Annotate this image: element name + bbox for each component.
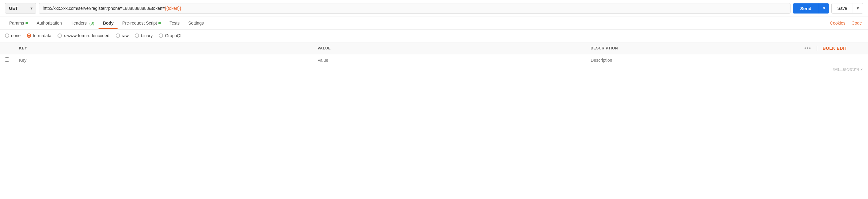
- params-dot-icon: [26, 22, 28, 24]
- method-select-wrap: GET POST PUT DELETE PATCH ▼: [5, 3, 36, 13]
- description-column-header: DESCRIPTION: [586, 42, 799, 54]
- url-text-prefix: http://xxx.xxx.com/server/register?phone…: [43, 6, 165, 11]
- value-input[interactable]: [318, 58, 581, 63]
- tab-body[interactable]: Body: [98, 17, 118, 29]
- headers-badge: (8): [88, 21, 94, 26]
- graphql-label: GraphQL: [165, 33, 183, 38]
- body-label: Body: [103, 21, 114, 26]
- row-checkbox-cell: [0, 54, 14, 66]
- table-row-empty: [0, 54, 868, 66]
- send-dropdown-button[interactable]: ▼: [819, 3, 829, 13]
- row-checkbox[interactable]: [5, 57, 9, 62]
- option-none[interactable]: none: [5, 33, 21, 38]
- key-column-header: KEY: [14, 42, 313, 54]
- tab-authorization[interactable]: Authorization: [32, 17, 66, 29]
- pre-request-dot-icon: [158, 22, 161, 24]
- method-select[interactable]: GET POST PUT DELETE PATCH: [5, 3, 36, 13]
- send-button-group: Send ▼: [793, 3, 829, 13]
- send-button[interactable]: Send: [793, 3, 819, 13]
- option-graphql[interactable]: GraphQL: [159, 33, 183, 38]
- body-options-row: none form-data x-www-form-urlencoded raw…: [0, 30, 868, 42]
- key-cell: [14, 54, 313, 66]
- x-www-label: x-www-form-urlencoded: [64, 33, 110, 38]
- tests-label: Tests: [169, 21, 180, 26]
- row-actions-cell: [799, 54, 868, 66]
- form-data-label: form-data: [33, 33, 51, 38]
- tab-tests[interactable]: Tests: [165, 17, 184, 29]
- cookies-link[interactable]: Cookies: [829, 17, 847, 29]
- description-cell: [586, 54, 799, 66]
- option-raw[interactable]: raw: [116, 33, 129, 38]
- actions-column-header: ••• | Bulk Edit: [799, 42, 868, 54]
- top-bar: GET POST PUT DELETE PATCH ▼ http://xxx.x…: [0, 0, 868, 17]
- tabs-left: Params Authorization Headers (8) Body Pr…: [5, 17, 829, 29]
- key-input[interactable]: [19, 58, 308, 63]
- tabs-row: Params Authorization Headers (8) Body Pr…: [0, 17, 868, 30]
- none-label: none: [11, 33, 21, 38]
- authorization-label: Authorization: [37, 21, 62, 26]
- tab-settings[interactable]: Settings: [184, 17, 208, 29]
- x-www-radio-icon: [58, 34, 62, 38]
- binary-label: binary: [141, 33, 153, 38]
- tabs-right: Cookies Code: [829, 17, 863, 29]
- checkbox-header: [0, 42, 14, 54]
- save-button[interactable]: Save: [832, 3, 852, 13]
- params-label: Params: [9, 21, 24, 26]
- divider-icon: |: [816, 45, 818, 51]
- binary-radio-icon: [135, 34, 139, 38]
- watermark: @稀土掘金技术社区: [0, 66, 868, 73]
- description-input[interactable]: [591, 58, 795, 63]
- option-x-www-form-urlencoded[interactable]: x-www-form-urlencoded: [58, 33, 110, 38]
- bulk-edit-link[interactable]: Bulk Edit: [823, 46, 847, 51]
- tab-headers[interactable]: Headers (8): [66, 17, 98, 29]
- headers-label: Headers: [70, 21, 87, 26]
- code-link[interactable]: Code: [850, 17, 863, 29]
- raw-label: raw: [122, 33, 129, 38]
- none-radio-icon: [5, 34, 9, 38]
- pre-request-label: Pre-request Script: [122, 21, 157, 26]
- option-form-data[interactable]: form-data: [27, 33, 51, 38]
- form-data-table: KEY VALUE DESCRIPTION ••• | Bulk Edit: [0, 42, 868, 66]
- tab-pre-request-script[interactable]: Pre-request Script: [118, 17, 165, 29]
- settings-label: Settings: [188, 21, 204, 26]
- value-column-header: VALUE: [313, 42, 586, 54]
- graphql-radio-icon: [159, 34, 163, 38]
- save-button-group: Save ▼: [831, 3, 863, 13]
- tab-params[interactable]: Params: [5, 17, 32, 29]
- save-dropdown-button[interactable]: ▼: [852, 3, 863, 13]
- three-dots-icon[interactable]: •••: [804, 45, 811, 51]
- option-binary[interactable]: binary: [135, 33, 153, 38]
- url-token-part: {{token}}: [165, 6, 181, 11]
- value-cell: [313, 54, 586, 66]
- raw-radio-icon: [116, 34, 120, 38]
- form-data-radio-icon: [27, 34, 31, 38]
